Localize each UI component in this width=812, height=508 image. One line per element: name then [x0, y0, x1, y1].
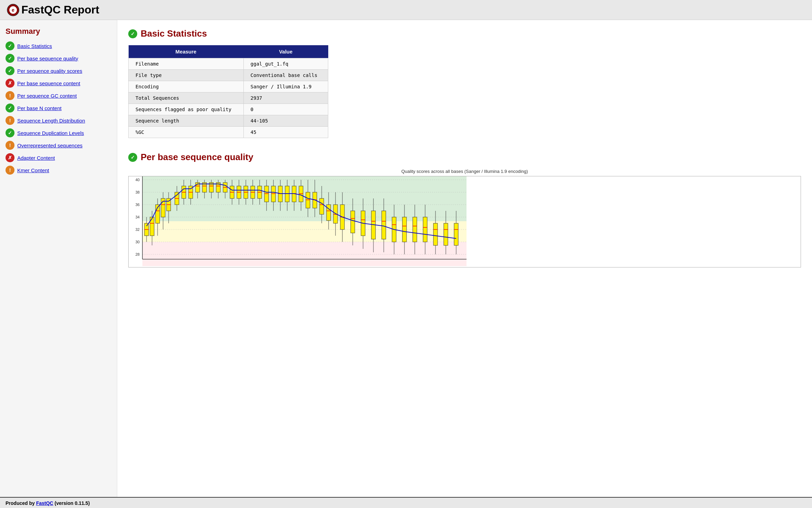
svg-rect-129 [413, 217, 417, 242]
svg-rect-135 [433, 223, 438, 245]
page-header: e FastQC Report [0, 0, 812, 20]
table-row: File typeConventional base calls [129, 70, 328, 81]
sidebar-item-4: !Per sequence GC content [6, 91, 111, 100]
svg-rect-3 [142, 176, 467, 221]
svg-text:40: 40 [136, 178, 140, 182]
per-base-quality-status-icon: ✓ [128, 153, 137, 162]
table-cell-value: Conventional base calls [243, 70, 328, 81]
basic-statistics-section-header: ✓ Basic Statistics [128, 28, 801, 39]
table-cell-measure: Total Sequences [129, 92, 244, 104]
sidebar-link-6[interactable]: Sequence Length Distribution [17, 118, 85, 124]
sidebar-status-icon-6: ! [6, 116, 14, 125]
sidebar-item-0: ✓Basic Statistics [6, 41, 111, 50]
svg-text:30: 30 [136, 240, 140, 244]
table-cell-measure: Filename [129, 58, 244, 70]
svg-text:38: 38 [136, 190, 140, 194]
sidebar: Summary ✓Basic Statistics✓Per base seque… [0, 20, 117, 497]
svg-text:e: e [12, 7, 14, 13]
svg-rect-132 [423, 217, 427, 242]
footer-version: (version 0.11.5) [53, 500, 90, 506]
svg-rect-138 [444, 223, 448, 245]
table-cell-measure: Sequences flagged as poor quality [129, 104, 244, 115]
sidebar-link-1[interactable]: Per base sequence quality [17, 56, 78, 61]
svg-rect-4 [142, 221, 467, 242]
sidebar-link-4[interactable]: Per sequence GC content [17, 93, 77, 99]
sidebar-link-5[interactable]: Per base N content [17, 105, 61, 111]
per-base-quality-section-header: ✓ Per base sequence quality [128, 152, 801, 163]
sidebar-item-7: ✓Sequence Duplication Levels [6, 128, 111, 137]
sidebar-status-icon-7: ✓ [6, 128, 14, 137]
svg-text:28: 28 [136, 252, 140, 256]
sidebar-link-3[interactable]: Per base sequence content [17, 80, 80, 86]
main-content: ✓ Basic Statistics Measure Value Filenam… [117, 20, 812, 497]
fastqc-logo: e [7, 4, 19, 16]
basic-statistics-status-icon: ✓ [128, 29, 137, 38]
table-row: Filenameggal_gut_1.fq [129, 58, 328, 70]
table-row: Total Sequences2937 [129, 92, 328, 104]
chart-title: Quality scores across all bases (Sanger … [128, 169, 801, 174]
sidebar-status-icon-8: ! [6, 141, 14, 150]
sidebar-status-icon-1: ✓ [6, 54, 14, 63]
quality-chart: 40 38 36 34 32 30 28 [129, 176, 467, 266]
svg-rect-102 [327, 205, 331, 221]
svg-rect-126 [402, 217, 407, 242]
table-cell-measure: File type [129, 70, 244, 81]
svg-rect-93 [306, 192, 310, 208]
svg-rect-141 [454, 223, 458, 245]
sidebar-items: ✓Basic Statistics✓Per base sequence qual… [6, 41, 111, 175]
svg-text:32: 32 [136, 227, 140, 232]
basic-statistics-title: Basic Statistics [141, 28, 207, 39]
svg-text:36: 36 [136, 203, 140, 207]
sidebar-link-0[interactable]: Basic Statistics [17, 43, 52, 49]
sidebar-title: Summary [6, 27, 111, 36]
sidebar-item-8: !Overrepresented sequences [6, 141, 111, 150]
sidebar-item-2: ✓Per sequence quality scores [6, 66, 111, 75]
sidebar-status-icon-9: ✗ [6, 153, 14, 162]
svg-text:34: 34 [136, 215, 140, 219]
sidebar-link-7[interactable]: Sequence Duplication Levels [17, 130, 84, 136]
table-cell-value: 45 [243, 127, 328, 138]
main-layout: Summary ✓Basic Statistics✓Per base seque… [0, 20, 812, 497]
svg-rect-78 [271, 186, 275, 202]
footer-text: Produced by [6, 500, 36, 506]
svg-rect-120 [382, 211, 386, 239]
sidebar-link-2[interactable]: Per sequence quality scores [17, 68, 82, 74]
chart-svg-wrapper: 40 38 36 34 32 30 28 [128, 176, 801, 267]
sidebar-status-icon-4: ! [6, 91, 14, 100]
sidebar-item-6: !Sequence Length Distribution [6, 116, 111, 125]
table-cell-value: 0 [243, 104, 328, 115]
table-row: %GC45 [129, 127, 328, 138]
table-cell-measure: Encoding [129, 81, 244, 92]
sidebar-link-9[interactable]: Adapter Content [17, 155, 55, 161]
table-cell-measure: Sequence length [129, 115, 244, 127]
table-row: Sequence length44-105 [129, 115, 328, 127]
per-base-quality-title: Per base sequence quality [141, 152, 253, 163]
sidebar-status-icon-10: ! [6, 166, 14, 175]
sidebar-link-10[interactable]: Kmer Content [17, 167, 49, 173]
sidebar-item-3: ✗Per base sequence content [6, 79, 111, 88]
fastqc-link[interactable]: FastQC [36, 500, 53, 506]
svg-rect-75 [264, 186, 269, 202]
page-title: FastQC Report [21, 3, 99, 16]
table-cell-measure: %GC [129, 127, 244, 138]
table-cell-value: Sanger / Illumina 1.9 [243, 81, 328, 92]
svg-rect-99 [320, 198, 324, 214]
table-cell-value: 2937 [243, 92, 328, 104]
svg-rect-111 [351, 211, 355, 233]
quality-chart-container: Quality scores across all bases (Sanger … [128, 169, 801, 267]
sidebar-status-icon-0: ✓ [6, 41, 14, 50]
sidebar-link-8[interactable]: Overrepresented sequences [17, 143, 82, 148]
sidebar-item-1: ✓Per base sequence quality [6, 54, 111, 63]
table-header-value: Value [243, 45, 328, 58]
table-header-measure: Measure [129, 45, 244, 58]
svg-rect-5 [142, 242, 467, 266]
sidebar-item-5: ✓Per base N content [6, 104, 111, 113]
sidebar-item-10: !Kmer Content [6, 166, 111, 175]
table-row: Sequences flagged as poor quality0 [129, 104, 328, 115]
table-cell-value: 44-105 [243, 115, 328, 127]
table-row: EncodingSanger / Illumina 1.9 [129, 81, 328, 92]
svg-rect-90 [299, 186, 303, 202]
sidebar-item-9: ✗Adapter Content [6, 153, 111, 162]
table-cell-value: ggal_gut_1.fq [243, 58, 328, 70]
basic-statistics-table: Measure Value Filenameggal_gut_1.fqFile … [128, 45, 328, 138]
